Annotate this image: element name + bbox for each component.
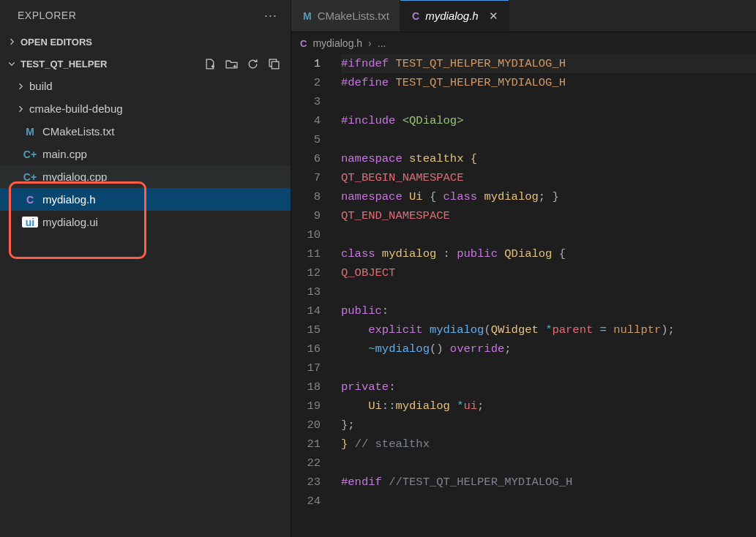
code-line[interactable]: explicit mydialog(QWidget *parent = null… [341, 320, 756, 339]
line-number: 16 [291, 339, 321, 358]
code-line[interactable]: QT_BEGIN_NAMESPACE [341, 168, 756, 187]
file-label: mydialog.cpp [42, 170, 291, 183]
explorer-header: EXPLORER ··· [0, 0, 291, 31]
code-line[interactable] [341, 358, 756, 378]
line-number: 3 [291, 92, 321, 111]
open-editors-label: OPEN EDITORS [20, 37, 286, 48]
code-line[interactable]: QT_END_NAMESPACE [341, 206, 756, 225]
file-label: mydialog.ui [42, 216, 291, 228]
file-label: main.cpp [42, 148, 291, 160]
svg-rect-1 [272, 61, 279, 69]
chevron-right-icon [16, 105, 29, 113]
code-line[interactable] [341, 130, 756, 149]
code-line[interactable]: namespace stealthx { [341, 149, 756, 168]
line-number: 12 [291, 263, 321, 282]
editor-area: MCMakeLists.txtCmydialog.h✕ C mydialog.h… [291, 0, 756, 537]
file-item[interactable]: C+mydialog.cpp [0, 165, 291, 188]
code-line[interactable]: Ui::mydialog *ui; [341, 397, 756, 416]
project-label: TEST_QT_HELPER [20, 59, 204, 70]
file-type-icon: M [303, 10, 312, 22]
code-line[interactable]: class mydialog : public QDialog { [341, 244, 756, 263]
file-label: mydialog.h [42, 193, 291, 206]
breadcrumb-more: ... [378, 37, 386, 49]
code-line[interactable] [341, 92, 756, 111]
tab-bar: MCMakeLists.txtCmydialog.h✕ [291, 0, 756, 32]
file-item[interactable]: uimydialog.ui [0, 211, 291, 233]
line-number: 4 [291, 111, 321, 130]
file-item[interactable]: Cmydialog.h [0, 188, 291, 211]
line-number-gutter: 123456789101112131415161718192021222324 [291, 54, 334, 537]
more-icon[interactable]: ··· [264, 8, 277, 23]
file-label: CMakeLists.txt [42, 125, 291, 138]
folder-item[interactable]: build [0, 75, 291, 97]
line-number: 9 [291, 206, 321, 225]
editor-tab[interactable]: Cmydialog.h✕ [400, 0, 509, 31]
line-number: 21 [291, 435, 321, 454]
chevron-right-icon [7, 37, 20, 46]
line-number: 11 [291, 244, 321, 263]
code-line[interactable]: public: [341, 301, 756, 320]
line-number: 17 [291, 358, 321, 378]
project-section[interactable]: TEST_QT_HELPER [0, 53, 291, 75]
code-line[interactable]: #include <QDialog> [341, 111, 756, 130]
line-number: 2 [291, 73, 321, 92]
c-file-icon: C [300, 38, 307, 49]
code-line[interactable]: ~mydialog() override; [341, 339, 756, 358]
collapse-icon[interactable] [268, 58, 280, 70]
code-content[interactable]: #ifndef TEST_QT_HELPER_MYDIALOG_H#define… [334, 54, 756, 537]
code-line[interactable] [341, 492, 756, 511]
breadcrumb-file: mydialog.h [312, 37, 362, 49]
file-tree: buildcmake-build-debugMCMakeLists.txtC+m… [0, 75, 291, 233]
line-number: 10 [291, 225, 321, 244]
file-type-icon: ui [22, 217, 38, 228]
line-number: 22 [291, 454, 321, 473]
editor-tab[interactable]: MCMakeLists.txt [291, 0, 400, 31]
line-number: 5 [291, 130, 321, 149]
line-number: 7 [291, 168, 321, 187]
file-type-icon: C [412, 10, 419, 22]
folder-item[interactable]: cmake-build-debug [0, 97, 291, 120]
line-number: 19 [291, 397, 321, 416]
line-number: 1 [291, 54, 321, 73]
code-line[interactable]: namespace Ui { class mydialog; } [341, 187, 756, 206]
folder-label: build [29, 80, 291, 92]
chevron-right-icon [16, 82, 29, 91]
line-number: 24 [291, 492, 321, 511]
file-type-icon: M [22, 126, 38, 138]
tab-label: CMakeLists.txt [318, 10, 389, 22]
new-file-icon[interactable] [204, 58, 217, 70]
line-number: 15 [291, 320, 321, 339]
code-line[interactable]: private: [341, 378, 756, 397]
explorer-title: EXPLORER [18, 10, 76, 21]
refresh-icon[interactable] [247, 58, 259, 70]
line-number: 23 [291, 473, 321, 492]
chevron-right-icon: › [368, 37, 372, 49]
file-type-icon: C [22, 194, 38, 206]
line-number: 20 [291, 416, 321, 435]
breadcrumbs[interactable]: C mydialog.h › ... [291, 32, 756, 54]
sidebar: EXPLORER ··· OPEN EDITORS TEST_QT_HELPER [0, 0, 291, 537]
tab-label: mydialog.h [425, 10, 479, 22]
code-line[interactable]: #define TEST_QT_HELPER_MYDIALOG_H [341, 73, 756, 92]
line-number: 18 [291, 378, 321, 397]
code-line[interactable] [341, 454, 756, 473]
code-line[interactable]: } // stealthx [341, 435, 756, 454]
file-item[interactable]: C+main.cpp [0, 143, 291, 165]
code-line[interactable]: }; [341, 416, 756, 435]
line-number: 13 [291, 282, 321, 301]
section-actions [204, 58, 286, 70]
open-editors-section[interactable]: OPEN EDITORS [0, 31, 291, 53]
file-type-icon: C+ [22, 171, 38, 183]
code-line[interactable]: #endif //TEST_QT_HELPER_MYDIALOG_H [341, 473, 756, 492]
code-line[interactable]: Q_OBJECT [341, 263, 756, 282]
new-folder-icon[interactable] [225, 58, 238, 70]
code-line[interactable] [341, 282, 756, 301]
code-line[interactable] [341, 225, 756, 244]
close-icon[interactable]: ✕ [489, 10, 498, 23]
file-type-icon: C+ [22, 149, 38, 160]
code-line[interactable]: #ifndef TEST_QT_HELPER_MYDIALOG_H [341, 54, 756, 73]
chevron-down-icon [7, 59, 20, 68]
file-item[interactable]: MCMakeLists.txt [0, 120, 291, 143]
line-number: 14 [291, 301, 321, 320]
code-area[interactable]: 123456789101112131415161718192021222324 … [291, 54, 756, 537]
